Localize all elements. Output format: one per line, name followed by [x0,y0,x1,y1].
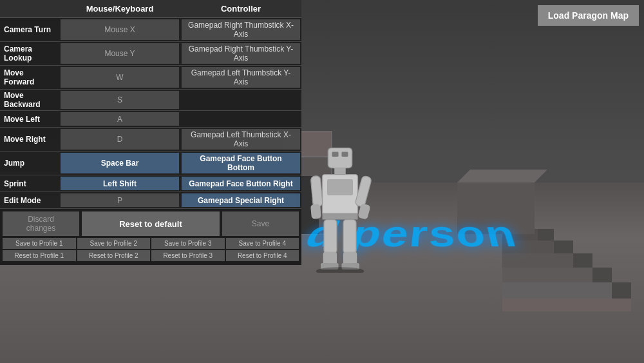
action-label: Edit Mode [0,192,59,208]
keyboard-column-header: Mouse/Keyboard [59,0,180,17]
svg-marker-10 [592,268,612,282]
action-label: Move Left [0,111,59,127]
main-action-buttons: Discard changes Reset to default Save [3,211,299,236]
binding-row: Move LeftA [0,111,301,128]
svg-rect-16 [328,148,352,168]
binding-row: Move ForwardWGamepad Left Thumbstick Y-A… [0,66,301,90]
svg-rect-17 [332,152,339,157]
panel-header: Mouse/Keyboard Controller [0,0,301,18]
svg-rect-27 [324,220,337,254]
action-label: Jump [0,152,59,175]
svg-marker-9 [612,282,631,299]
action-column-header [0,0,59,17]
keyboard-binding[interactable]: S [61,91,179,109]
save-profile-3-button[interactable]: Save to Profile 3 [151,238,225,249]
controller-binding[interactable]: Gamepad Left Thumbstick Y-Axis [182,67,300,88]
reset-profile-1-button[interactable]: Reset to Profile 1 [3,250,76,261]
save-profile-4-button[interactable]: Save to Profile 4 [226,238,299,249]
save-profile-buttons: Save to Profile 1Save to Profile 2Save t… [3,238,299,249]
controller-binding[interactable]: Gamepad Special Right [182,193,300,207]
keyboard-binding[interactable]: A [61,112,179,126]
svg-rect-18 [342,152,348,157]
svg-rect-19 [334,168,346,175]
reset-profile-2-button[interactable]: Reset to Profile 2 [77,250,151,261]
save-button[interactable]: Save [222,211,299,236]
keyboard-binding[interactable]: Mouse X [61,19,179,40]
controller-binding[interactable]: Gamepad Right Thumbstick X-Axis [182,19,300,40]
binding-row: SprintLeft ShiftGamepad Face Button Righ… [0,175,301,192]
controller-binding[interactable]: Gamepad Left Thumbstick X-Axis [182,129,300,150]
svg-rect-28 [323,252,337,265]
binding-row: Edit ModePGamepad Special Right [0,192,301,209]
binding-row: Move BackwardS [0,90,301,111]
bottom-buttons-area: Discard changes Reset to default Save Sa… [0,209,301,265]
svg-rect-22 [310,175,323,207]
svg-rect-30 [343,220,356,254]
discard-button[interactable]: Discard changes [3,211,79,236]
action-label: Sprint [0,175,59,191]
svg-rect-31 [343,252,357,265]
controller-binding[interactable]: Gamepad Right Thumbstick Y-Axis [182,43,300,64]
keyboard-binding[interactable]: Mouse Y [61,43,179,64]
reset-profile-3-button[interactable]: Reset to Profile 3 [151,250,225,261]
binding-row: Camera LookupMouse YGamepad Right Thumbs… [0,42,301,66]
binding-rows: Camera TurnMouse XGamepad Right Thumbsti… [0,18,301,209]
controller-binding[interactable]: Gamepad Face Button Bottom [182,153,300,173]
keyboard-binding[interactable]: P [61,193,179,207]
load-map-button[interactable]: Load Paragon Map [538,5,639,26]
binding-row: JumpSpace BarGamepad Face Button Bottom [0,152,301,175]
action-label: Move Right [0,128,59,151]
svg-rect-23 [310,204,321,219]
action-label: Camera Turn [0,18,59,41]
svg-marker-15 [457,170,547,182]
controller-binding[interactable] [182,91,300,109]
binding-row: Move RightDGamepad Left Thumbstick X-Axi… [0,128,301,152]
reset-profile-buttons: Reset to Profile 1Reset to Profile 2Rese… [3,250,299,261]
svg-marker-12 [554,240,573,253]
svg-rect-5 [502,268,592,282]
svg-rect-26 [323,213,358,220]
action-label: Camera Lookup [0,42,59,65]
keyboard-binding[interactable]: Left Shift [61,177,179,190]
svg-marker-11 [573,253,592,268]
controller-binding[interactable]: Gamepad Face Button Right [182,177,300,190]
svg-rect-4 [502,282,612,299]
keyboard-binding[interactable]: W [61,67,179,88]
svg-rect-3 [502,299,631,311]
svg-rect-21 [327,179,353,195]
action-label: Move Backward [0,90,59,110]
keyboard-binding[interactable]: Space Bar [61,153,179,173]
reset-profile-4-button[interactable]: Reset to Profile 4 [226,250,299,261]
action-label: Move Forward [0,66,59,89]
binding-row: Camera TurnMouse XGamepad Right Thumbsti… [0,18,301,42]
controller-column-header: Controller [180,0,301,17]
save-profile-1-button[interactable]: Save to Profile 1 [3,238,76,249]
save-profile-2-button[interactable]: Save to Profile 2 [77,238,151,249]
controller-binding[interactable] [182,112,300,126]
keyboard-binding[interactable]: D [61,129,179,150]
robot-character [308,144,372,273]
controls-panel: Mouse/Keyboard Controller Camera TurnMou… [0,0,301,265]
reset-button[interactable]: Reset to default [82,211,220,236]
